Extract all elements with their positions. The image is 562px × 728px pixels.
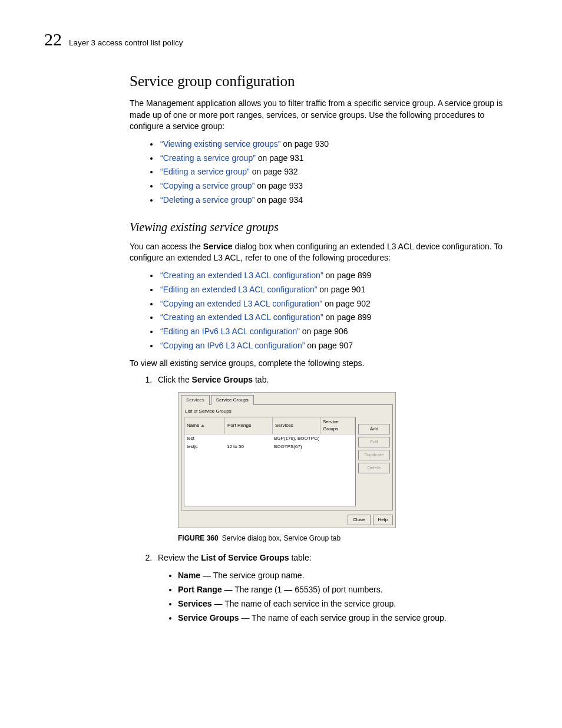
- cell-groups: [319, 434, 355, 443]
- xref-suffix: on page 902: [322, 299, 371, 308]
- list-item: “Viewing existing service groups” on pag…: [159, 137, 518, 151]
- text-run: table:: [289, 553, 312, 562]
- list-item: “Copying a service group” on page 933: [159, 179, 518, 193]
- xref-link[interactable]: “Editing an IPv6 L3 ACL configuration”: [160, 327, 300, 336]
- list-item: Name — The service group name.: [178, 569, 518, 583]
- xref-link[interactable]: “Deleting a service group”: [160, 195, 254, 205]
- xref-suffix: on page 932: [250, 167, 298, 176]
- help-button[interactable]: Help: [373, 515, 393, 525]
- lead-out: To view all existing service groups, com…: [130, 358, 518, 370]
- list-item: “Creating an extended L3 ACL configurati…: [159, 269, 518, 283]
- subsection-link-list: “Creating an extended L3 ACL configurati…: [130, 269, 518, 353]
- steps-list: Click the Service Groups tab. Services S…: [130, 374, 518, 625]
- service-groups-table[interactable]: Name Port Range Services Service Groups …: [184, 417, 356, 506]
- figure-label: FIGURE 360: [178, 534, 219, 542]
- xref-link[interactable]: “Editing an extended L3 ACL configuratio…: [160, 285, 317, 294]
- xref-suffix: on page 899: [323, 312, 372, 322]
- step-2: Review the List of Service Groups table:…: [154, 552, 518, 625]
- list-item: “Copying an IPv6 L3 ACL configuration” o…: [159, 339, 518, 353]
- xref-suffix: on page 930: [280, 139, 329, 149]
- cell-services: BOOTPS(67): [272, 443, 319, 451]
- list-item: “Editing an extended L3 ACL configuratio…: [159, 283, 518, 297]
- text-bold: List of Service Groups: [201, 553, 289, 562]
- figure-caption: FIGURE 360Service dialog box, Service Gr…: [178, 533, 518, 543]
- xref-suffix: on page 933: [254, 181, 303, 190]
- xref-link[interactable]: “Viewing existing service groups”: [160, 139, 280, 149]
- xref-link[interactable]: “Creating a service group”: [160, 153, 256, 163]
- figure-text: Service dialog box, Service Group tab: [222, 534, 340, 542]
- list-item: Services — The name of each service in t…: [178, 597, 518, 611]
- col-port-range[interactable]: Port Range: [225, 417, 273, 434]
- subsection-title: Viewing existing service groups: [130, 220, 518, 234]
- running-title: Layer 3 access control list policy: [69, 38, 183, 47]
- cell-name: testjc: [184, 443, 224, 451]
- figure-wrap: Services Service Groups List of Service …: [178, 392, 396, 528]
- subsection-intro: You can access the Service dialog box wh…: [130, 241, 518, 264]
- text-bold: Service: [203, 242, 233, 251]
- section-title: Service group configuration: [130, 73, 518, 90]
- xref-link[interactable]: “Copying a service group”: [160, 181, 254, 190]
- text-bold: Service Groups: [192, 375, 253, 384]
- cell-port: [224, 434, 272, 443]
- service-dialog: Services Service Groups List of Service …: [178, 392, 396, 528]
- field-label: Services: [178, 599, 212, 608]
- tab-services[interactable]: Services: [181, 395, 210, 405]
- close-button[interactable]: Close: [348, 515, 370, 525]
- col-services[interactable]: Services: [273, 417, 320, 434]
- xref-link[interactable]: “Creating an extended L3 ACL configurati…: [160, 271, 323, 280]
- xref-suffix: on page 934: [254, 195, 303, 205]
- text-run: tab.: [253, 375, 269, 384]
- text-run: You can access the: [130, 242, 203, 251]
- field-desc: — The name of each service group in the …: [239, 613, 447, 622]
- field-label: Port Range: [178, 585, 222, 594]
- edit-button[interactable]: Edit: [358, 437, 390, 447]
- xref-suffix: on page 931: [256, 153, 304, 163]
- col-service-groups[interactable]: Service Groups: [320, 417, 355, 434]
- xref-link[interactable]: “Editing a service group”: [160, 167, 250, 176]
- table-row[interactable]: testjc 12 to 50 BOOTPS(67): [184, 443, 355, 451]
- xref-link[interactable]: “Copying an IPv6 L3 ACL configuration”: [160, 341, 305, 350]
- section-link-list: “Viewing existing service groups” on pag…: [130, 137, 518, 207]
- field-desc: — The service group name.: [200, 571, 304, 580]
- tab-service-groups[interactable]: Service Groups: [211, 395, 254, 405]
- xref-suffix: on page 899: [323, 271, 372, 280]
- list-item: “Editing an IPv6 L3 ACL configuration” o…: [159, 325, 518, 339]
- field-label: Name: [178, 571, 200, 580]
- list-item: “Editing a service group” on page 932: [159, 165, 518, 179]
- field-desc: — The range (1 — 65535) of port numbers.: [222, 585, 383, 594]
- text-run: Click the: [158, 375, 192, 384]
- field-label: Service Groups: [178, 613, 239, 622]
- xref-link[interactable]: “Creating an extended L3 ACL configurati…: [160, 312, 323, 322]
- list-item: “Creating an extended L3 ACL configurati…: [159, 311, 518, 325]
- page-header: 22 Layer 3 access control list policy: [44, 29, 518, 50]
- list-item: “Creating a service group” on page 931: [159, 151, 518, 166]
- xref-suffix: on page 901: [317, 285, 365, 294]
- table-row[interactable]: test BGP(179), BOOTPC(...: [184, 434, 355, 443]
- step-1: Click the Service Groups tab. Services S…: [154, 374, 518, 543]
- xref-suffix: on page 907: [305, 341, 353, 350]
- list-item: Service Groups — The name of each servic…: [178, 611, 518, 625]
- add-button[interactable]: Add: [358, 424, 390, 434]
- field-list: Name — The service group name. Port Rang…: [158, 569, 518, 625]
- list-item: Port Range — The range (1 — 65535) of po…: [178, 583, 518, 597]
- cell-groups: [319, 443, 355, 451]
- cell-name: test: [184, 434, 224, 443]
- xref-link[interactable]: “Copying an extended L3 ACL configuratio…: [160, 299, 322, 308]
- section-intro: The Management application allows you to…: [130, 98, 518, 133]
- sort-asc-icon: [201, 424, 204, 427]
- col-name[interactable]: Name: [184, 417, 225, 434]
- list-label: List of Service Groups: [185, 408, 390, 415]
- list-item: “Deleting a service group” on page 934: [159, 193, 518, 207]
- duplicate-button[interactable]: Duplicate: [358, 450, 390, 460]
- delete-button[interactable]: Delete: [358, 463, 390, 473]
- page-number: 22: [44, 29, 62, 50]
- cell-port: 12 to 50: [224, 443, 272, 451]
- field-desc: — The name of each service in the servic…: [212, 599, 396, 608]
- text-run: Review the: [158, 553, 201, 562]
- cell-services: BGP(179), BOOTPC(...: [272, 434, 319, 443]
- list-item: “Copying an extended L3 ACL configuratio…: [159, 297, 518, 311]
- xref-suffix: on page 906: [300, 327, 348, 336]
